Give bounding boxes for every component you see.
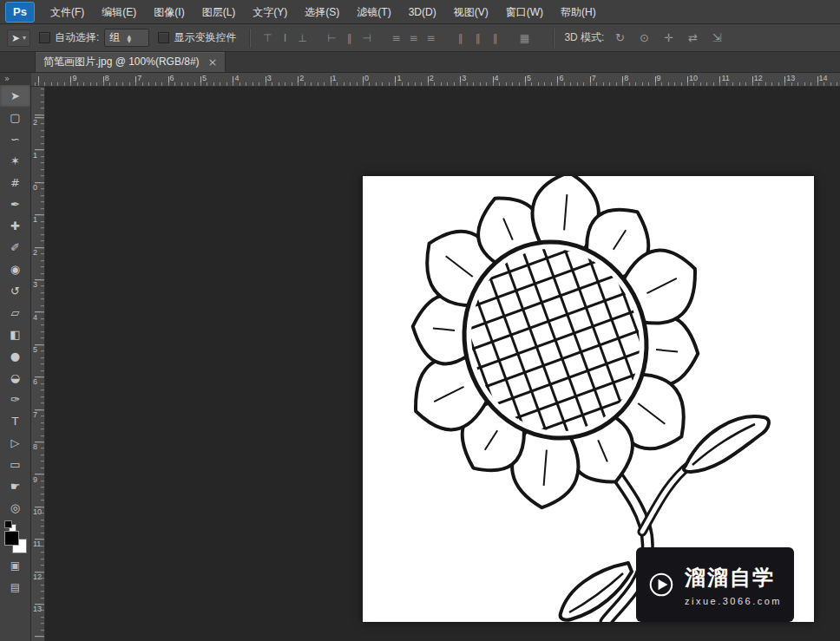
tool-options-bar: ➤ ▾ 自动选择: 组 ▲▼ 显示变换控件 ⊤I⊥⊢∥⊣≡≡≡∥∥∥▦ 3D 模… (0, 24, 840, 52)
eyedropper-tool[interactable]: ✒ (0, 193, 30, 215)
horizontal-ruler[interactable]: 98765432101234567891011121314 (31, 73, 840, 87)
3d-rotate-icon[interactable]: ↻ (611, 31, 628, 44)
history-brush-tool[interactable]: ↺ (0, 280, 30, 302)
quick-selection-tool[interactable]: ✶ (0, 150, 30, 172)
show-transform-checkbox[interactable] (158, 32, 169, 43)
3d-slide-icon[interactable]: ⇄ (684, 31, 701, 44)
move-tool-icon: ➤ (10, 89, 20, 102)
align-top-edges-icon[interactable]: ⊤ (259, 32, 276, 44)
distribute-bottom-edges-icon[interactable]: ≡ (422, 32, 439, 44)
tool-preset-picker[interactable]: ➤ ▾ (7, 29, 30, 47)
show-transform-label: 显示变换控件 (174, 30, 236, 45)
3d-scale-icon[interactable]: ⇲ (708, 31, 725, 44)
ruler-number: 10 (689, 74, 698, 82)
zoom-tool[interactable]: ◎ (0, 497, 30, 519)
document-canvas[interactable]: 溜溜自学 zixue.3066.com (363, 176, 814, 622)
canvas-area[interactable]: 溜溜自学 zixue.3066.com (45, 87, 840, 641)
align-left-edges-icon[interactable]: ⊢ (323, 32, 340, 44)
ruler-number: 1 (332, 74, 337, 82)
eyedropper-tool-icon: ✒ (10, 198, 20, 211)
auto-select-checkbox[interactable] (39, 32, 50, 43)
lasso-tool[interactable]: ∽ (0, 128, 30, 150)
3d-roll-icon[interactable]: ⊙ (635, 31, 653, 44)
spot-healing-brush-tool[interactable]: ✚ (0, 215, 30, 237)
brush-tool[interactable]: ✐ (0, 237, 30, 258)
pen-tool[interactable]: ✑ (0, 389, 30, 410)
blur-tool[interactable]: ● (0, 345, 30, 367)
distribute-vertical-centers-icon[interactable]: ≡ (404, 32, 422, 44)
menu-item-layer[interactable]: 图层(L) (194, 0, 245, 24)
ruler-number: 4 (234, 74, 239, 82)
ruler-number: 11 (33, 540, 41, 548)
menu-item-edit[interactable]: 编辑(E) (93, 0, 145, 24)
foreground-color-swatch[interactable] (4, 531, 19, 546)
menu-bar: Ps 文件(F)编辑(E)图像(I)图层(L)文字(Y)选择(S)滤镜(T)3D… (0, 0, 840, 24)
ruler-number: 3 (267, 74, 272, 82)
ruler-number: 1 (33, 215, 37, 224)
menu-item-select[interactable]: 选择(S) (296, 0, 348, 24)
distribute-top-edges-icon[interactable]: ≡ (387, 32, 404, 44)
distribute-horizontal-centers-icon[interactable]: ∥ (469, 32, 486, 44)
distribute-left-edges-icon[interactable]: ∥ (451, 32, 469, 44)
menu-item-window[interactable]: 窗口(W) (497, 0, 552, 24)
path-selection-tool[interactable]: ▷ (0, 432, 30, 454)
auto-align-layers-icon[interactable]: ▦ (515, 32, 533, 44)
ruler-number: 2 (299, 74, 304, 82)
color-swatches (0, 520, 31, 555)
screen-mode-button[interactable]: ▤ (0, 577, 30, 598)
watermark-logo-icon (648, 566, 674, 604)
hand-tool-icon: ☛ (10, 480, 21, 493)
ruler-number: 8 (33, 442, 37, 451)
auto-select-label: 自动选择: (55, 30, 99, 45)
clone-stamp-tool[interactable]: ◉ (0, 258, 30, 280)
eraser-tool[interactable]: ▱ (0, 302, 30, 324)
ruler-number: 9 (72, 74, 76, 82)
menu-item-type[interactable]: 文字(Y) (244, 0, 296, 24)
path-selection-tool-icon: ▷ (11, 436, 20, 449)
spinner-icon: ▲▼ (127, 34, 131, 43)
ruler-number: 14 (819, 74, 828, 82)
eraser-tool-icon: ▱ (11, 306, 20, 319)
menu-item-3d[interactable]: 3D(D) (400, 0, 445, 24)
ruler-number: 1 (397, 74, 401, 82)
ruler-number: 3 (462, 74, 466, 82)
distribute-right-edges-icon[interactable]: ∥ (486, 32, 503, 44)
align-right-edges-icon[interactable]: ⊣ (358, 32, 375, 44)
auto-select-target-value: 组 (109, 30, 120, 45)
rectangular-marquee-tool-icon: ▢ (10, 111, 20, 124)
menu-item-image[interactable]: 图像(I) (145, 0, 193, 24)
crop-tool[interactable]: # (0, 172, 30, 193)
tab-close-icon[interactable]: × (208, 56, 218, 69)
align-vertical-centers-icon[interactable]: I (276, 32, 293, 44)
move-tool[interactable]: ➤ (0, 85, 30, 107)
icon-group: ▦ (515, 32, 533, 44)
watermark: 溜溜自学 zixue.3066.com (636, 547, 794, 622)
3d-pan-icon[interactable]: ✛ (660, 31, 677, 44)
ruler-number: 0 (33, 183, 37, 192)
menu-item-filter[interactable]: 滤镜(T) (348, 0, 399, 24)
menu-item-file[interactable]: 文件(F) (42, 0, 93, 24)
ruler-number: 6 (170, 74, 174, 82)
align-bottom-edges-icon[interactable]: ⊥ (293, 32, 311, 44)
rectangle-tool[interactable]: ▭ (0, 454, 30, 475)
quick-mask-button[interactable]: ▣ (0, 555, 30, 577)
ruler-number: 0 (364, 74, 369, 82)
vertical-ruler[interactable]: 21012345678910111213 (31, 87, 45, 641)
horizontal-type-tool[interactable]: T (0, 410, 30, 432)
rectangular-marquee-tool[interactable]: ▢ (0, 107, 30, 128)
align-horizontal-centers-icon[interactable]: ∥ (340, 32, 358, 44)
dodge-tool[interactable]: ◒ (0, 367, 30, 389)
history-brush-tool-icon: ↺ (10, 285, 20, 298)
menu-item-view[interactable]: 视图(V) (445, 0, 497, 24)
ruler-number: 4 (495, 74, 499, 82)
icon-group: ⊢∥⊣ (323, 32, 375, 44)
auto-select-target-dropdown[interactable]: 组 ▲▼ (104, 29, 149, 47)
menu-item-help[interactable]: 帮助(H) (552, 0, 605, 24)
default-colors-icon[interactable] (4, 520, 12, 528)
photoshop-logo[interactable]: Ps (5, 2, 35, 23)
mode-3d-label: 3D 模式: (564, 30, 604, 45)
hand-tool[interactable]: ☛ (0, 475, 30, 497)
gradient-tool[interactable]: ◧ (0, 324, 30, 345)
toolbar-collapse-button[interactable]: » (0, 73, 31, 85)
document-tab[interactable]: 简笔画图片.jpg @ 100%(RGB/8#) × (35, 51, 226, 72)
